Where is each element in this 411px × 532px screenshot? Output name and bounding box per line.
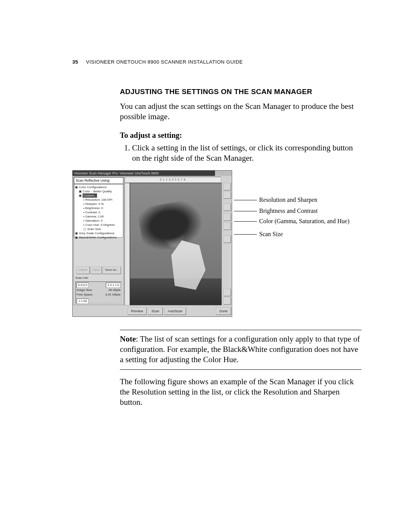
- tree-grey-root[interactable]: Grey Scale Configurations: [79, 232, 114, 235]
- preview-image: [130, 183, 221, 305]
- tree-custom[interactable]: Custom...: [83, 193, 97, 198]
- horizontal-ruler: 0 1 2 3 4 5 6 7 8: [124, 177, 221, 183]
- scan-info-time: 1:1.08: [76, 299, 89, 304]
- section-heading: ADJUSTING THE SETTINGS ON THE SCAN MANAG…: [120, 88, 362, 96]
- delete-button[interactable]: Delete: [76, 267, 90, 274]
- callout-color: Color (Gamma, Saturation, and Hue): [259, 217, 345, 225]
- autoscan-button[interactable]: AutoScan: [164, 307, 186, 315]
- scan-button[interactable]: Scan: [148, 307, 163, 315]
- scan-info-heading: Scan Info: [75, 276, 88, 280]
- resolution-sharpen-icon[interactable]: [223, 203, 231, 211]
- imgsize-value: 66 kByte: [109, 288, 121, 292]
- callout-resolution: Resolution and Sharpen: [259, 196, 317, 204]
- zoom-in-icon[interactable]: [223, 183, 231, 190]
- freespace-value: 3.91 GByte: [105, 292, 121, 297]
- tree-sharpen[interactable]: Sharpen: 0 %: [85, 202, 104, 206]
- tree-resolution[interactable]: Resolution: 100 DPI: [85, 198, 112, 201]
- rotate-cw-icon[interactable]: [223, 289, 231, 296]
- zoom-out-icon[interactable]: [223, 191, 231, 199]
- preview-area[interactable]: [130, 183, 222, 305]
- scan-size-icon[interactable]: [223, 235, 231, 243]
- tree-gamma[interactable]: Gamma: 1.00: [85, 215, 104, 218]
- save-as-button[interactable]: Save As...: [103, 267, 121, 274]
- config-buttons-row: Delete Save Save As...: [76, 267, 121, 274]
- vertical-ruler: [124, 183, 130, 305]
- scan-info-dim: 3.3 x 1.0: [106, 283, 121, 288]
- imgsize-label: Image Size:: [76, 288, 92, 292]
- bottom-toolbar: Preview Scan AutoScan Done: [124, 307, 231, 316]
- header-title: VISIONEER ONETOUCH 8900 SCANNER INSTALLA…: [86, 59, 243, 65]
- rotate-ccw-icon[interactable]: [223, 297, 231, 305]
- settings-tree[interactable]: ▣ Color Configurations ▣ Color – Better …: [74, 184, 123, 238]
- procedure-step-1: Click a setting in the list of settings,…: [132, 143, 362, 163]
- callout-labels: Resolution and Sharpen Brightness and Co…: [234, 196, 345, 241]
- callout-scansize: Scan Size: [259, 230, 283, 238]
- scan-mode-dropdown[interactable]: Scan Reflective Using:: [74, 177, 123, 184]
- save-button[interactable]: Save: [91, 267, 102, 274]
- tree-color-better[interactable]: Color – Better Quality: [83, 190, 112, 193]
- color-gamma-icon[interactable]: [223, 222, 231, 230]
- window-control-buttons[interactable]: [215, 171, 232, 176]
- note-text: : The list of scan settings for a config…: [120, 334, 360, 364]
- note-label: Note: [120, 334, 136, 343]
- intro-paragraph: You can adjust the scan settings on the …: [120, 101, 362, 122]
- preview-button[interactable]: Preview: [127, 307, 147, 315]
- scan-manager-window: Visioneer Scan Manager Pro: Visioneer On…: [72, 170, 232, 317]
- page-number: 35: [72, 59, 78, 65]
- tree-bw-root[interactable]: Black&White Configurations: [79, 236, 116, 239]
- following-paragraph: The following figure shows an example of…: [120, 377, 362, 407]
- tree-contrast[interactable]: Contrast: 0: [85, 211, 100, 214]
- callout-brightness: Brightness and Contrast: [259, 207, 318, 215]
- window-titlebar: Visioneer Scan Manager Pro: Visioneer On…: [73, 171, 232, 176]
- tree-color-root[interactable]: Color Configurations: [79, 185, 107, 189]
- note-block: Note: The list of scan settings for a co…: [120, 330, 362, 370]
- freespace-label: Free Space:: [76, 292, 93, 297]
- done-button[interactable]: Done: [216, 307, 231, 315]
- tree-colorhue[interactable]: Color Hue: 0 Degrees: [85, 223, 115, 227]
- procedure-heading: To adjust a setting:: [120, 131, 362, 140]
- tree-saturation[interactable]: Saturation: 0: [85, 219, 102, 222]
- procedure-list: Click a setting in the list of settings,…: [120, 143, 362, 163]
- page-header: 35 VISIONEER ONETOUCH 8900 SCANNER INSTA…: [72, 59, 362, 65]
- scan-info-wh: 8.0;0.0: [76, 283, 89, 288]
- screenshot-figure: Visioneer Scan Manager Pro: Visioneer On…: [72, 170, 362, 321]
- settings-sidebar: Scan Reflective Using: ▣ Color Configura…: [73, 177, 124, 305]
- tree-brightness[interactable]: Brightness: 0: [85, 206, 103, 210]
- brightness-contrast-icon[interactable]: [223, 213, 231, 221]
- tree-scansize[interactable]: Scan Size: [87, 227, 101, 231]
- scan-info-panel: 8.0;0.0 3.3 x 1.0 Image Size:66 kByte Fr…: [75, 281, 122, 304]
